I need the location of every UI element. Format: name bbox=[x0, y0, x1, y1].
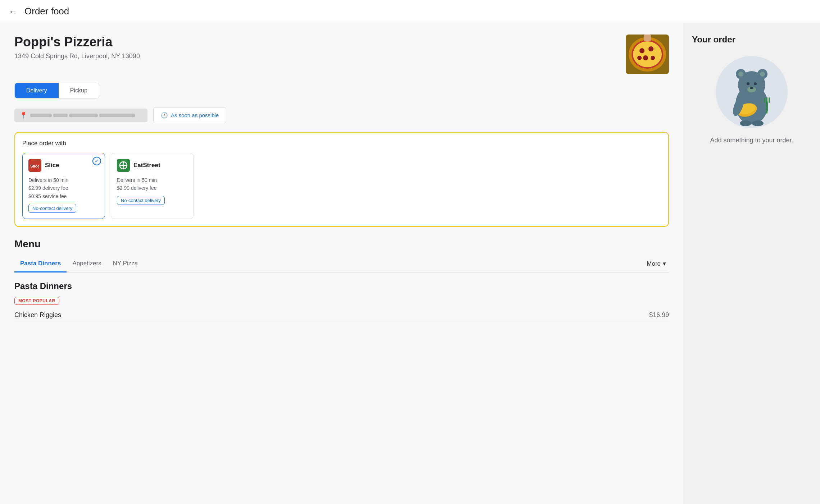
svg-point-35 bbox=[740, 120, 751, 126]
address-bar[interactable] bbox=[14, 109, 147, 122]
menu-title: Menu bbox=[14, 238, 669, 250]
eatstreet-name: EatStreet bbox=[133, 162, 160, 169]
svg-point-4 bbox=[639, 48, 644, 53]
bear-illustration bbox=[721, 58, 782, 126]
time-button[interactable]: 🕐 As soon as possible bbox=[153, 107, 226, 123]
provider-card-eatstreet[interactable]: EatStreet Delivers in 50 min $2.99 deliv… bbox=[111, 153, 193, 219]
slice-logo: Slice bbox=[28, 159, 41, 172]
svg-point-21 bbox=[738, 72, 743, 77]
eatstreet-no-contact: No-contact delivery bbox=[117, 196, 165, 205]
svg-point-26 bbox=[750, 87, 753, 89]
menu-tabs: Pasta Dinners Appetizers NY Pizza More ▾ bbox=[14, 256, 669, 272]
slice-no-contact: No-contact delivery bbox=[28, 204, 76, 213]
svg-point-7 bbox=[651, 56, 655, 60]
addr-dot-4 bbox=[99, 114, 135, 117]
addr-dot-3 bbox=[69, 114, 98, 117]
tab-appetizers[interactable]: Appetizers bbox=[67, 256, 107, 272]
provider-selected-check: ✓ bbox=[92, 157, 101, 165]
svg-rect-32 bbox=[764, 97, 765, 103]
menu-item-price: $16.99 bbox=[649, 311, 669, 319]
svg-point-3 bbox=[633, 41, 662, 67]
category-title: Pasta Dinners bbox=[14, 281, 669, 291]
restaurant-name: Poppi's Pizzeria bbox=[14, 35, 140, 50]
svg-point-24 bbox=[754, 82, 757, 85]
pizza-image bbox=[626, 35, 669, 74]
place-order-title: Place order with bbox=[22, 140, 661, 147]
provider-cards: ✓ Slice Slice Delivers in 50 min $2.99 d… bbox=[22, 153, 661, 219]
address-wrapper: 📍 bbox=[14, 109, 147, 122]
svg-rect-9 bbox=[644, 35, 651, 41]
provider-header-slice: Slice Slice bbox=[28, 159, 99, 172]
svg-point-5 bbox=[648, 46, 653, 51]
menu-section: Menu Pasta Dinners Appetizers NY Pizza M… bbox=[14, 238, 669, 322]
addr-dot-1 bbox=[30, 114, 52, 117]
provider-card-slice[interactable]: ✓ Slice Slice Delivers in 50 min $2.99 d… bbox=[22, 153, 105, 219]
addr-dot-2 bbox=[53, 114, 68, 117]
delivery-tab[interactable]: Delivery bbox=[15, 83, 59, 98]
svg-rect-33 bbox=[766, 97, 767, 103]
menu-item-name: Chicken Riggies bbox=[14, 311, 61, 319]
chevron-down-icon: ▾ bbox=[663, 260, 666, 267]
eatstreet-delivery-fee: $2.99 delivery fee bbox=[117, 184, 187, 192]
tab-more[interactable]: More ▾ bbox=[644, 256, 669, 272]
most-popular-badge: MOST POPULAR bbox=[14, 297, 59, 305]
empty-order-illustration bbox=[716, 56, 788, 128]
pin-icon: 📍 bbox=[19, 111, 27, 119]
svg-text:Slice: Slice bbox=[30, 164, 40, 168]
eatstreet-delivers: Delivers in 50 min bbox=[117, 176, 187, 184]
tab-ny-pizza[interactable]: NY Pizza bbox=[107, 256, 144, 272]
pickup-tab[interactable]: Pickup bbox=[59, 83, 99, 98]
restaurant-header: Poppi's Pizzeria 1349 Cold Springs Rd, L… bbox=[14, 35, 669, 74]
svg-point-6 bbox=[643, 55, 648, 60]
restaurant-info: Poppi's Pizzeria 1349 Cold Springs Rd, L… bbox=[14, 35, 140, 60]
tab-pasta-dinners[interactable]: Pasta Dinners bbox=[14, 256, 67, 272]
svg-point-8 bbox=[637, 56, 642, 60]
restaurant-address: 1349 Cold Springs Rd, Liverpool, NY 1309… bbox=[14, 52, 140, 60]
main-content: Poppi's Pizzeria 1349 Cold Springs Rd, L… bbox=[0, 23, 683, 504]
place-order-section: Place order with ✓ Slice Slice bbox=[14, 132, 669, 227]
page-title: Order food bbox=[24, 6, 69, 17]
slice-delivery-fee: $2.99 delivery fee bbox=[28, 184, 99, 192]
clock-icon: 🕐 bbox=[161, 112, 168, 119]
order-options-row: 📍 🕐 As soon as possible bbox=[14, 107, 669, 123]
slice-service-fee: $0.95 service fee bbox=[28, 192, 99, 200]
svg-point-22 bbox=[760, 72, 765, 77]
eatstreet-details: Delivers in 50 min $2.99 delivery fee bbox=[117, 176, 187, 192]
restaurant-image bbox=[626, 35, 669, 74]
address-dots bbox=[30, 114, 135, 117]
sidebar-empty-text: Add something to your order. bbox=[692, 137, 811, 144]
svg-rect-34 bbox=[769, 97, 770, 103]
svg-point-36 bbox=[752, 120, 764, 126]
slice-delivers: Delivers in 50 min bbox=[28, 176, 99, 184]
menu-item[interactable]: Chicken Riggies $16.99 bbox=[14, 308, 669, 322]
slice-details: Delivers in 50 min $2.99 delivery fee $0… bbox=[28, 176, 99, 200]
main-layout: Poppi's Pizzeria 1349 Cold Springs Rd, L… bbox=[0, 23, 820, 504]
back-button[interactable]: ← bbox=[9, 6, 17, 17]
more-label: More bbox=[647, 260, 661, 267]
svg-point-23 bbox=[747, 82, 750, 85]
sidebar: Your order bbox=[683, 23, 820, 504]
time-label: As soon as possible bbox=[171, 112, 219, 118]
topbar: ← Order food bbox=[0, 0, 820, 23]
sidebar-title: Your order bbox=[692, 35, 735, 45]
eatstreet-logo bbox=[117, 159, 130, 172]
slice-name: Slice bbox=[45, 162, 59, 169]
provider-header-eatstreet: EatStreet bbox=[117, 159, 187, 172]
delivery-pickup-tabs: Delivery Pickup bbox=[14, 83, 99, 98]
